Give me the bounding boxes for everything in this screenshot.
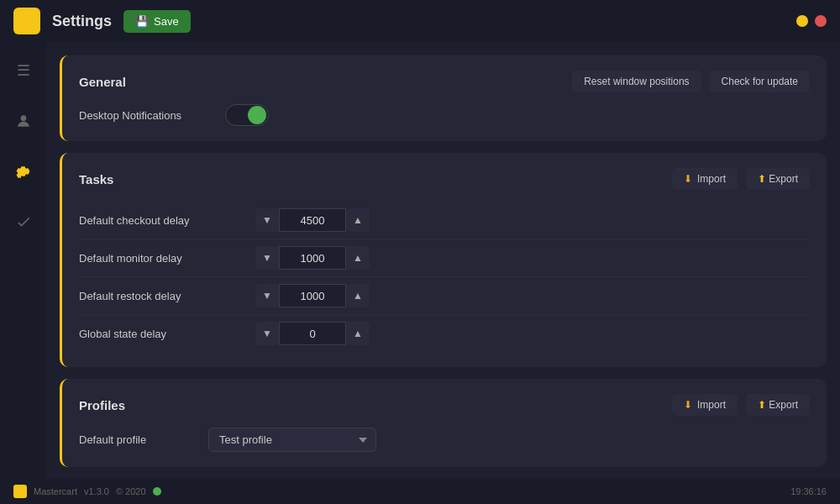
status-time: 19:36:16 [790,486,827,496]
general-actions: Reset window positions Check for update [572,71,810,92]
window-controls [796,15,827,27]
tasks-title: Tasks [79,172,113,186]
sidebar-item-settings[interactable] [8,156,39,186]
tasks-actions: ⬇ Import ⬆ Export [672,168,810,190]
app-name: Mastercart [34,486,77,496]
task-row: Global state delay ▼ 0 ▲ [79,315,810,352]
tasks-export-label: Export [769,173,798,185]
general-section: General Reset window positions Check for… [60,55,827,141]
task-row: Default restock delay ▼ 1000 ▲ [79,277,810,315]
task-label: Default monitor delay [79,252,255,265]
spinner-control: ▼ 0 ▲ [255,322,370,345]
desktop-notifications-toggle[interactable] [225,104,269,126]
reset-window-positions-button[interactable]: Reset window positions [572,71,701,92]
minimize-button[interactable] [796,15,808,27]
profiles-export-label: Export [769,399,798,411]
tasks-rows: Default checkout delay ▼ 4500 ▲ Default … [79,202,810,352]
spinner-up-button[interactable]: ▲ [346,246,370,270]
spinner-value: 1000 [279,284,346,307]
import-icon: ⬇ [684,173,692,185]
task-label: Default restock delay [79,290,255,302]
status-dot [153,487,161,496]
tasks-import-label: Import [697,173,726,185]
profiles-actions: ⬇ Import ⬆ Export [672,394,810,416]
export-icon: ⬆ [758,173,766,185]
status-bar: Mastercart v1.3.0 © 2020 19:36:16 [0,479,840,504]
task-row: Default monitor delay ▼ 1000 ▲ [79,239,810,277]
task-label: Default checkout delay [79,214,255,227]
close-button[interactable] [815,15,827,27]
content-area: General Reset window positions Check for… [46,42,840,479]
profiles-section: Profiles ⬇ Import ⬆ Export Default profi… [60,379,827,467]
page-title: Settings [52,13,112,30]
profiles-import-button[interactable]: ⬇ Import [672,394,738,416]
profiles-title: Profiles [79,398,125,412]
spinner-control: ▼ 1000 ▲ [255,246,370,270]
spinner-up-button[interactable]: ▲ [346,284,370,307]
profiles-export-button[interactable]: ⬆ Export [746,394,810,416]
profiles-export-icon: ⬆ [758,399,766,411]
task-row: Default checkout delay ▼ 4500 ▲ [79,202,810,239]
sidebar-item-menu[interactable]: ☰ [8,55,39,86]
sidebar-item-tasks[interactable] [8,207,39,237]
general-title: General [79,75,126,89]
save-icon: 💾 [135,15,149,28]
spinner-value: 0 [279,322,346,345]
spinner-control: ▼ 4500 ▲ [255,208,370,232]
tasks-section: Tasks ⬇ Import ⬆ Export Default checkout… [60,153,827,367]
app-logo [13,8,40,34]
save-label: Save [154,15,179,28]
spinner-down-button[interactable]: ▼ [255,208,279,232]
top-bar-left: Settings 💾 Save [13,8,191,34]
spinner-value: 1000 [279,246,346,270]
status-left: Mastercart v1.3.0 © 2020 [13,485,161,498]
spinner-down-button[interactable]: ▼ [255,246,279,270]
tasks-header: Tasks ⬇ Import ⬆ Export [79,168,810,190]
profile-select[interactable]: Test profileProfile 1Profile 2 [208,428,376,452]
tasks-import-button[interactable]: ⬇ Import [672,168,738,190]
profiles-import-label: Import [697,399,726,411]
spinner-down-button[interactable]: ▼ [255,284,279,307]
spinner-up-button[interactable]: ▲ [346,208,370,232]
tasks-export-button[interactable]: ⬆ Export [746,168,810,190]
sidebar-item-profile[interactable] [8,106,39,136]
spinner-value: 4500 [279,208,346,232]
save-button[interactable]: 💾 Save [123,10,191,33]
main-layout: ☰ General Reset window positions Che [0,42,840,479]
general-header: General Reset window positions Check for… [79,71,810,92]
default-profile-row: Default profile Test profileProfile 1Pro… [79,428,810,452]
task-label: Global state delay [79,328,255,340]
sidebar: ☰ [0,42,46,479]
toggle-thumb [248,106,266,124]
default-profile-label: Default profile [79,433,197,446]
svg-point-0 [20,115,26,121]
spinner-control: ▼ 1000 ▲ [255,284,370,307]
desktop-notifications-label: Desktop Notifications [79,109,213,122]
copyright: © 2020 [116,486,146,496]
spinner-down-button[interactable]: ▼ [255,322,279,345]
app-version: v1.3.0 [84,486,109,496]
status-logo [13,485,27,498]
profiles-import-icon: ⬇ [684,399,692,411]
spinner-up-button[interactable]: ▲ [346,322,370,345]
desktop-notifications-row: Desktop Notifications [79,104,810,126]
top-bar: Settings 💾 Save [0,0,840,42]
check-for-update-button[interactable]: Check for update [710,71,810,92]
profiles-header: Profiles ⬇ Import ⬆ Export [79,394,810,416]
